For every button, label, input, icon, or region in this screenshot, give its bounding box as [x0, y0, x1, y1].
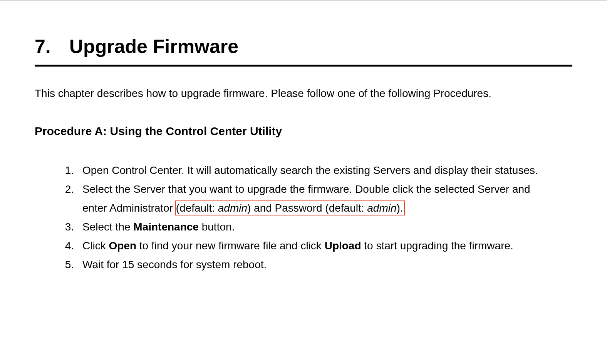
default-admin-password: admin: [367, 202, 396, 214]
open-button-label: Open: [109, 240, 136, 252]
step-2-highlight-e: ).: [397, 202, 403, 214]
step-4-text-e: to start upgrading the firmware.: [361, 240, 513, 252]
default-credentials-highlight: (default: admin) and Password (default: …: [175, 200, 405, 215]
step-1: Open Control Center. It will automatical…: [77, 161, 553, 180]
step-1-text: Open Control Center. It will automatical…: [82, 164, 538, 176]
default-admin-user: admin: [218, 202, 247, 214]
chapter-heading: 7. Upgrade Firmware: [35, 35, 572, 67]
step-3: Select the Maintenance button.: [77, 217, 553, 236]
procedure-a-steps: Open Control Center. It will automatical…: [62, 161, 572, 274]
step-5: Wait for 15 seconds for system reboot.: [77, 255, 553, 274]
upload-button-label: Upload: [325, 240, 361, 252]
step-4-text-c: to find your new firmware file and click: [136, 240, 325, 252]
step-2: Select the Server that you want to upgra…: [77, 180, 553, 217]
procedure-a-heading: Procedure A: Using the Control Center Ut…: [35, 125, 572, 138]
step-5-text: Wait for 15 seconds for system reboot.: [82, 259, 267, 270]
document-page: 7. Upgrade Firmware This chapter describ…: [0, 0, 607, 364]
step-4-text-a: Click: [82, 240, 109, 252]
step-4: Click Open to find your new firmware fil…: [77, 236, 553, 255]
chapter-number: 7.: [35, 35, 69, 58]
step-3-text-a: Select the: [82, 221, 133, 233]
step-2-highlight-a: (default:: [176, 202, 218, 214]
chapter-title: Upgrade Firmware: [69, 35, 572, 58]
step-3-text-c: button.: [199, 221, 235, 233]
step-2-highlight-c: ) and Password (default:: [247, 202, 367, 214]
chapter-intro: This chapter describes how to upgrade fi…: [35, 86, 572, 102]
maintenance-button-label: Maintenance: [133, 221, 199, 233]
